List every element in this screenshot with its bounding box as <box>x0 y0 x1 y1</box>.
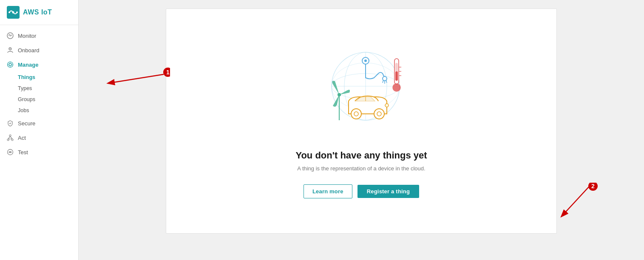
svg-point-5 <box>9 48 11 50</box>
svg-point-21 <box>364 59 367 62</box>
svg-line-43 <box>563 187 589 215</box>
sidebar-item-act[interactable]: Act <box>0 130 78 145</box>
logo-text: AWS IoT <box>23 8 52 16</box>
sidebar-subitem-jobs-label: Jobs <box>18 107 29 113</box>
main-content: You don't have any things yet A thing is… <box>79 0 644 260</box>
monitor-icon <box>7 32 14 39</box>
sidebar-item-act-label: Act <box>18 135 26 141</box>
test-icon <box>7 149 14 155</box>
sidebar-item-test-label: Test <box>18 149 28 155</box>
sidebar-subitem-groups-label: Groups <box>18 96 35 102</box>
aws-iot-logo-icon <box>7 6 20 19</box>
sidebar-subitem-things[interactable]: Things <box>0 72 78 83</box>
sidebar-item-monitor-label: Monitor <box>18 33 36 39</box>
svg-text:2: 2 <box>591 183 595 189</box>
svg-point-44 <box>588 183 598 191</box>
sidebar-item-secure-label: Secure <box>18 120 35 127</box>
sidebar-item-test[interactable]: Test <box>0 145 78 159</box>
annotation-arrow-2: 2 <box>550 183 601 225</box>
action-buttons: Learn more Register a thing <box>304 184 419 198</box>
svg-point-2 <box>16 11 18 13</box>
svg-point-35 <box>374 109 384 119</box>
logo: AWS IoT <box>0 0 78 25</box>
sidebar-subitem-jobs[interactable]: Jobs <box>0 105 78 116</box>
svg-point-3 <box>12 11 14 14</box>
svg-point-8 <box>8 62 13 68</box>
svg-point-33 <box>351 109 361 119</box>
svg-rect-25 <box>395 71 398 81</box>
act-icon <box>7 134 14 141</box>
svg-point-10 <box>7 139 9 141</box>
svg-point-26 <box>393 84 400 91</box>
sidebar: AWS IoT Monitor Onboard <box>0 0 79 260</box>
secure-icon <box>7 120 14 127</box>
svg-point-11 <box>11 139 13 141</box>
sidebar-subitem-things-label: Things <box>18 74 35 80</box>
svg-point-13 <box>10 152 11 153</box>
iot-illustration <box>302 44 421 137</box>
svg-point-7 <box>9 63 11 66</box>
sidebar-item-monitor[interactable]: Monitor <box>0 28 78 43</box>
svg-point-1 <box>9 11 10 13</box>
sidebar-item-secure[interactable]: Secure <box>0 116 78 130</box>
svg-point-6 <box>10 48 11 49</box>
svg-point-37 <box>385 104 389 107</box>
svg-line-39 <box>111 74 164 83</box>
annotation-arrow-1: 1 <box>102 66 170 91</box>
sidebar-subitem-types[interactable]: Types <box>0 83 78 94</box>
content-card: You don't have any things yet A thing is… <box>166 8 557 234</box>
empty-state-title: You don't have any things yet <box>295 150 427 161</box>
manage-icon <box>7 61 14 68</box>
onboard-icon <box>7 47 14 54</box>
sidebar-item-onboard-label: Onboard <box>18 47 40 54</box>
illustration <box>302 44 421 137</box>
svg-point-9 <box>9 135 11 136</box>
sidebar-item-manage-label: Manage <box>18 62 38 68</box>
sidebar-subitem-groups[interactable]: Groups <box>0 94 78 105</box>
sidebar-navigation: Monitor Onboard Manage <box>0 25 78 159</box>
sidebar-item-onboard[interactable]: Onboard <box>0 43 78 57</box>
learn-more-button[interactable]: Learn more <box>304 184 352 198</box>
empty-state-subtitle: A thing is the representation of a devic… <box>297 165 425 172</box>
sidebar-subitem-types-label: Types <box>18 85 32 91</box>
register-thing-button[interactable]: Register a thing <box>357 185 419 198</box>
sidebar-item-manage[interactable]: Manage <box>0 57 78 72</box>
